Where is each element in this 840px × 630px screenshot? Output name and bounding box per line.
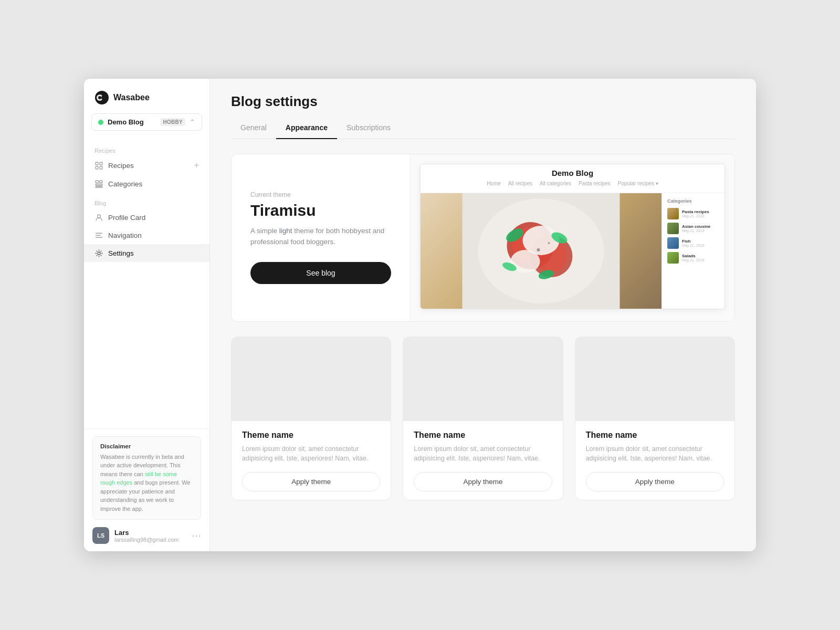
logo-area: Wasabee bbox=[84, 79, 209, 113]
disclaimer-title: Disclaimer bbox=[100, 443, 193, 449]
blog-badge: HOBBY bbox=[160, 118, 185, 126]
current-theme-info: Current theme Tiramisu A simple light th… bbox=[232, 154, 410, 321]
preview-nav-links: Home All recipes All categories Pasta re… bbox=[487, 178, 658, 188]
sidebar-item-navigation[interactable]: Navigation bbox=[84, 226, 209, 244]
theme-card-2-preview bbox=[403, 337, 562, 421]
current-theme-label: Current theme bbox=[250, 191, 391, 198]
preview-cat-salads: Salads May 21, 2023 bbox=[667, 252, 719, 264]
svg-rect-6 bbox=[96, 166, 98, 169]
svg-rect-11 bbox=[96, 186, 102, 187]
sidebar-item-categories[interactable]: Categories bbox=[84, 175, 209, 193]
categories-icon bbox=[94, 180, 103, 188]
svg-rect-15 bbox=[96, 237, 102, 238]
user-menu-button[interactable]: ⋯ bbox=[192, 531, 201, 540]
preview-sidebar-categories-title: Categories bbox=[667, 198, 719, 204]
user-name: Lars bbox=[114, 529, 186, 537]
svg-rect-9 bbox=[100, 181, 102, 183]
theme-card-1-desc: Lorem ipsum dolor sit, amet consectetur … bbox=[242, 444, 380, 464]
tab-general[interactable]: General bbox=[231, 119, 276, 139]
sidebar-item-recipes[interactable]: Recipes + bbox=[84, 156, 209, 175]
sidebar-footer: Disclaimer Wasabee is currently in beta … bbox=[84, 428, 209, 552]
preview-cat-thumb-asian bbox=[667, 223, 679, 234]
page-title: Blog settings bbox=[231, 93, 735, 110]
theme-card-1: Theme name Lorem ipsum dolor sit, amet c… bbox=[231, 337, 391, 501]
preview-main-image bbox=[421, 193, 662, 309]
theme-card-2-name: Theme name bbox=[414, 430, 552, 440]
tab-subscriptions[interactable]: Subscriptions bbox=[337, 119, 400, 139]
theme-desc-highlight: light bbox=[279, 227, 292, 235]
svg-point-12 bbox=[97, 215, 100, 218]
svg-rect-10 bbox=[96, 184, 102, 185]
svg-rect-14 bbox=[96, 235, 101, 236]
apply-theme-2-button[interactable]: Apply theme bbox=[414, 472, 552, 491]
themes-grid: Theme name Lorem ipsum dolor sit, amet c… bbox=[231, 337, 735, 501]
theme-card-3-name: Theme name bbox=[586, 430, 724, 440]
disclaimer-box: Disclaimer Wasabee is currently in beta … bbox=[92, 436, 201, 520]
theme-card-3-body: Theme name Lorem ipsum dolor sit, amet c… bbox=[575, 421, 734, 500]
profile-icon bbox=[94, 213, 103, 222]
svg-point-16 bbox=[98, 252, 100, 255]
svg-point-30 bbox=[548, 242, 550, 244]
sidebar-item-settings[interactable]: Settings bbox=[84, 244, 209, 262]
svg-point-3 bbox=[98, 96, 101, 99]
see-blog-button[interactable]: See blog bbox=[250, 262, 391, 284]
theme-card-3-preview bbox=[575, 337, 734, 421]
blog-selector[interactable]: Demo Blog HOBBY ⌃ bbox=[91, 113, 202, 131]
sidebar-group-recipes: Recipes bbox=[84, 140, 209, 156]
preview-nav: Demo Blog Home All recipes All categorie… bbox=[421, 164, 724, 193]
sidebar-item-categories-label: Categories bbox=[108, 180, 142, 188]
theme-card-1-name: Theme name bbox=[242, 430, 380, 440]
preview-sidebar: Categories Pasta recipes May 21, 2023 bbox=[662, 193, 724, 309]
blog-name: Demo Blog bbox=[108, 118, 156, 126]
svg-point-29 bbox=[537, 248, 540, 251]
preview-body: Categories Pasta recipes May 21, 2023 bbox=[421, 193, 724, 309]
svg-rect-4 bbox=[96, 162, 98, 165]
preview-cat-fish: Fish May 21, 2023 bbox=[667, 237, 719, 249]
svg-rect-5 bbox=[100, 162, 102, 165]
sidebar-item-recipes-label: Recipes bbox=[108, 162, 134, 170]
settings-icon bbox=[94, 249, 103, 257]
preview-cat-thumb-fish bbox=[667, 237, 679, 249]
user-email: larssalling98@gmail.com bbox=[114, 537, 186, 543]
recipes-icon bbox=[94, 161, 103, 170]
apply-theme-3-button[interactable]: Apply theme bbox=[586, 472, 724, 491]
preview-browser: Demo Blog Home All recipes All categorie… bbox=[420, 164, 725, 309]
preview-cat-thumb-pasta bbox=[667, 208, 679, 219]
preview-cat-thumb-salads bbox=[667, 252, 679, 264]
current-theme-name: Tiramisu bbox=[250, 202, 391, 219]
main-content: Blog settings General Appearance Subscri… bbox=[210, 79, 756, 551]
add-recipe-icon[interactable]: + bbox=[194, 161, 199, 170]
chevron-icon: ⌃ bbox=[190, 118, 195, 126]
theme-card-3: Theme name Lorem ipsum dolor sit, amet c… bbox=[575, 337, 735, 501]
page-header: Blog settings General Appearance Subscri… bbox=[210, 79, 756, 139]
theme-card-2-desc: Lorem ipsum dolor sit, amet consectetur … bbox=[414, 444, 552, 464]
sidebar: Wasabee Demo Blog HOBBY ⌃ Recipes Recip bbox=[84, 79, 210, 551]
sidebar-group-blog: Blog bbox=[84, 193, 209, 208]
app-window: Wasabee Demo Blog HOBBY ⌃ Recipes Recip bbox=[84, 79, 756, 551]
sidebar-item-profile-card[interactable]: Profile Card bbox=[84, 208, 209, 226]
preview-cat-pasta: Pasta recipes May 21, 2023 bbox=[667, 208, 719, 219]
sidebar-item-settings-label: Settings bbox=[108, 249, 134, 257]
theme-card-2-body: Theme name Lorem ipsum dolor sit, amet c… bbox=[403, 421, 562, 500]
wasabee-logo-icon bbox=[94, 90, 109, 105]
navigation-icon bbox=[94, 231, 103, 239]
blog-status-dot bbox=[98, 120, 103, 125]
tab-appearance[interactable]: Appearance bbox=[276, 119, 337, 139]
theme-card-3-desc: Lorem ipsum dolor sit, amet consectetur … bbox=[586, 444, 724, 464]
apply-theme-1-button[interactable]: Apply theme bbox=[242, 472, 380, 491]
svg-rect-7 bbox=[100, 166, 102, 169]
theme-card-2: Theme name Lorem ipsum dolor sit, amet c… bbox=[403, 337, 563, 501]
logo-text: Wasabee bbox=[113, 93, 150, 102]
sidebar-item-profile-card-label: Profile Card bbox=[108, 214, 145, 222]
page-content: Current theme Tiramisu A simple light th… bbox=[210, 139, 756, 552]
disclaimer-text: Wasabee is currently in beta and under a… bbox=[100, 453, 193, 513]
sidebar-nav: Recipes Recipes + bbox=[84, 140, 209, 428]
sidebar-item-navigation-label: Navigation bbox=[108, 232, 142, 239]
user-avatar: LS bbox=[92, 527, 109, 544]
preview-cat-asian: Asian cousine May 21, 2023 bbox=[667, 223, 719, 234]
theme-card-1-body: Theme name Lorem ipsum dolor sit, amet c… bbox=[232, 421, 391, 500]
svg-rect-8 bbox=[96, 181, 99, 183]
svg-point-2 bbox=[101, 95, 107, 100]
current-theme-card: Current theme Tiramisu A simple light th… bbox=[231, 154, 735, 322]
preview-blog-title: Demo Blog bbox=[487, 169, 658, 177]
